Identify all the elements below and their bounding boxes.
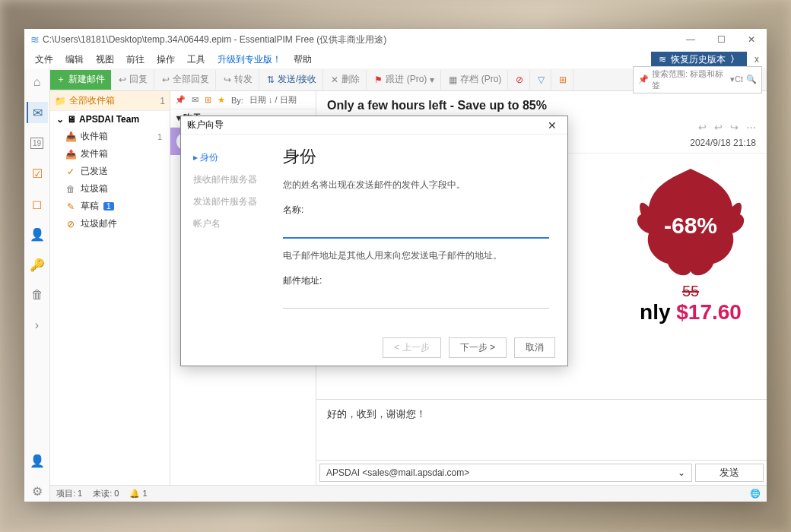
wizard-step-incoming[interactable]: 接收邮件服务器 [190,169,271,191]
svg-text:-68%: -68% [664,213,717,238]
search-icon: 🔍 [746,74,757,84]
restore-icon: ≋ [659,54,666,65]
reply-textarea[interactable]: 好的，收到，谢谢您！ [316,399,767,460]
nav-calendar-icon[interactable]: 19 [27,132,48,154]
leaf-icon: -68% [630,161,751,283]
layout-button[interactable]: ⊞ [553,70,573,90]
wizard-desc-name: 您的姓名将出现在发送邮件的发件人字段中。 [283,179,549,192]
folder-inbox[interactable]: 📥收件箱1 [50,128,170,145]
reply-all-button[interactable]: ↩全部回复 [156,70,216,90]
nav-user-icon[interactable]: 👤 [27,450,48,471]
envelope-icon[interactable]: ✉ [192,95,199,105]
globe-icon[interactable]: 🌐 [750,489,761,499]
menu-file[interactable]: 文件 [29,52,59,68]
message-date: 2024/9/18 21:18 [690,138,756,148]
nav-tasks-icon[interactable]: ☑ [27,163,48,184]
account-wizard-dialog: 账户向导 ✕ 身份 接收邮件服务器 发送邮件服务器 帐户名 身份 您的姓名将出现… [180,116,568,366]
wizard-step-identity[interactable]: 身份 [190,147,271,169]
nav-home-icon[interactable]: ⌂ [27,71,48,93]
pin-icon: 📌 [638,74,649,84]
folder-icon: 📁 [55,96,66,106]
forward-button[interactable]: ↪转发 [218,70,259,90]
menu-tools[interactable]: 工具 [181,52,211,68]
star-icon[interactable]: ★ [218,95,225,105]
restore-banner[interactable]: ≋ 恢复历史版本 〉 [651,52,747,67]
wizard-step-outgoing[interactable]: 发送邮件服务器 [190,191,271,213]
reply-icon[interactable]: ↩ [698,122,707,133]
send-receive-button[interactable]: ⇅发送/接收 [261,70,323,90]
nav-notes-icon[interactable]: ◻ [27,193,48,214]
menu-edit[interactable]: 编辑 [59,52,90,68]
menu-action[interactable]: 操作 [151,52,181,68]
folder-sent[interactable]: ✓已发送 [50,163,170,180]
more-icon[interactable]: ⋯ [746,122,756,133]
nav-passwords-icon[interactable]: 🔑 [27,254,48,275]
wizard-heading: 身份 [283,145,549,168]
maximize-button[interactable]: ☐ [706,29,736,50]
filter-button[interactable]: ▽ [532,70,551,90]
close-button[interactable]: ✕ [736,29,767,50]
nav-settings-icon[interactable]: ⚙ [27,480,48,502]
chevron-down-icon: ⌄ [56,114,64,125]
minimize-button[interactable]: — [675,29,706,50]
folder-outbox[interactable]: 📤发件箱 [50,145,170,163]
prev-button: < 上一步 [383,337,440,358]
nav-expand-icon[interactable]: › [27,315,48,336]
titlebar: ≋ C:\Users\18181\Desktop\temp.34A06449.e… [24,29,767,50]
grid-icon[interactable]: ⊞ [205,95,211,105]
nav-contacts-icon[interactable]: 👤 [27,223,48,245]
all-inbox-folder[interactable]: 📁 全部收件箱 1 [50,91,170,111]
reply-button[interactable]: ↩回复 [113,70,154,90]
name-label: 名称: [283,204,549,217]
cancel-button[interactable]: 取消 [514,337,555,358]
menu-help[interactable]: 帮助 [287,52,318,68]
status-unread: 未读: 0 [93,488,119,499]
name-input[interactable] [283,220,549,239]
chevron-down-icon: ⌄ [678,467,685,478]
reply-all-icon[interactable]: ↩ [714,122,723,133]
next-button[interactable]: 下一步 > [449,337,507,358]
pin-icon[interactable]: 📌 [175,95,186,105]
nav-mail-icon[interactable]: ✉ [27,102,48,123]
search-dropdown-icon: ▾Ct [730,74,743,84]
nav-sidebar: ⌂ ✉ 19 ☑ ◻ 👤 🔑 🗑 › 👤 ⚙ [24,68,50,502]
nav-trash-icon[interactable]: 🗑 [27,284,48,306]
search-input[interactable]: 📌 搜索范围: 标题和标签 ▾Ct 🔍 [633,66,762,93]
status-items: 项目: 1 [56,488,82,499]
wizard-desc-email: 电子邮件地址是其他人用来向您发送电子邮件的地址。 [283,249,549,262]
folder-pane: 📁 全部收件箱 1 ⌄ 🖥 APSDAI Team 📥收件箱1 📤发件箱 ✓已发… [50,91,170,485]
window-title: C:\Users\18181\Desktop\temp.34A06449.epi… [43,33,386,46]
account-row[interactable]: ⌄ 🖥 APSDAI Team [50,111,170,128]
wizard-nav: 身份 接收邮件服务器 发送邮件服务器 帐户名 [181,135,280,330]
statusbar: 项目: 1 未读: 0 🔔 1 🌐 [50,485,767,502]
toolbar: ＋新建邮件 ↩回复 ↩全部回复 ↪转发 ⇅发送/接收 ✕删除 ⚑跟进 (Pro)… [50,68,767,91]
folder-trash[interactable]: 🗑垃圾箱 [50,180,170,198]
sort-select[interactable]: 日期 ↓ / 日期 [249,94,297,106]
menu-upgrade[interactable]: 升级到专业版！ [211,52,287,68]
email-label: 邮件地址: [283,274,549,287]
send-button[interactable]: 发送 [695,464,764,482]
email-input[interactable] [283,290,549,309]
archive-button[interactable]: ▦存档 (Pro) [443,70,508,90]
menu-view[interactable]: 视图 [90,52,120,68]
account-icon: 🖥 [67,114,76,125]
followup-button[interactable]: ⚑跟进 (Pro)▾ [368,70,441,90]
menu-go[interactable]: 前往 [120,52,151,68]
forward-icon[interactable]: ↪ [730,122,739,133]
reply-from-select[interactable]: APSDAI <sales@mail.apsdai.com> ⌄ [319,464,692,482]
bell-icon[interactable]: 🔔 1 [129,489,147,499]
block-button[interactable]: ⊘ [510,70,530,90]
dialog-titlebar: 账户向导 ✕ [181,116,567,135]
message-subject: Only a few hours left - Save up to 85% [327,99,756,112]
app-icon: ≋ [30,33,40,46]
folder-spam[interactable]: ⊘垃圾邮件 [50,215,170,233]
new-mail-button[interactable]: ＋新建邮件 [50,70,111,90]
folder-drafts[interactable]: ✎草稿1 [50,198,170,215]
banner-close[interactable]: x [751,54,762,65]
msglist-header: 📌 ✉ ⊞ ★ By: 日期 ↓ / 日期 [170,91,316,109]
delete-button[interactable]: ✕删除 [325,70,367,90]
wizard-step-account[interactable]: 帐户名 [190,213,271,235]
dialog-close-button[interactable]: ✕ [543,119,561,131]
